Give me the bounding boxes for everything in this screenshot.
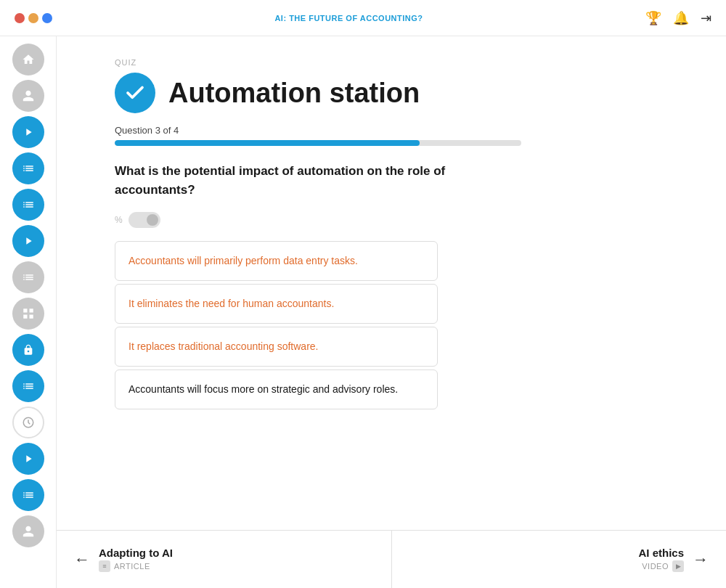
trophy-icon[interactable]: 🏆 — [645, 10, 661, 26]
logo-dot-orange — [28, 13, 38, 23]
logo-dot-red — [15, 13, 25, 23]
sidebar-item-list1[interactable] — [12, 152, 44, 184]
sidebar-item-profile[interactable] — [12, 80, 44, 112]
sidebar-item-video1[interactable] — [12, 116, 44, 148]
nav-next-type-icon: ▶ — [672, 560, 684, 572]
sidebar-item-video2[interactable] — [12, 225, 44, 257]
prev-arrow: ← — [74, 550, 90, 569]
logo-dot-blue — [42, 13, 52, 23]
nav-prev-title: Adapting to AI — [99, 547, 173, 559]
nav-prev[interactable]: ← Adapting to AI ≡ ARTICLE — [57, 531, 392, 588]
header-icons: 🏆 🔔 ⇥ — [645, 10, 711, 26]
sidebar-item-list5[interactable] — [12, 479, 44, 511]
sidebar-item-grid[interactable] — [12, 298, 44, 330]
nav-next-title: AI ethics — [638, 547, 684, 559]
nav-prev-info: Adapting to AI ≡ ARTICLE — [99, 547, 173, 572]
sidebar-item-clock[interactable] — [12, 407, 44, 438]
nav-next-type-label: VIDEO — [642, 562, 669, 571]
progress-bar — [115, 140, 521, 146]
answer-option-2[interactable]: It eliminates the need for human account… — [115, 284, 438, 324]
toggle-label: % — [115, 215, 123, 225]
quiz-label: QUIZ — [115, 58, 668, 67]
course-title: AI: THE FUTURE OF ACCOUNTING? — [274, 14, 423, 23]
bell-icon[interactable]: 🔔 — [673, 10, 689, 26]
answer-options: Accountants will primarily perform data … — [115, 241, 668, 409]
quiz-check-circle — [115, 73, 155, 113]
sidebar — [0, 36, 57, 588]
toggle-row: % — [115, 212, 668, 228]
content-area: QUIZ Automation station Question 3 of 4 … — [57, 36, 726, 588]
quiz-title: Automation station — [168, 78, 420, 109]
answer-option-4[interactable]: Accountants will focus more on strategic… — [115, 369, 438, 409]
sidebar-item-user[interactable] — [12, 515, 44, 547]
toggle-circle — [147, 214, 158, 226]
answer-option-3[interactable]: It replaces traditional accounting softw… — [115, 327, 438, 367]
sidebar-item-list2[interactable] — [12, 189, 44, 221]
progress-label: Question 3 of 4 — [115, 125, 668, 136]
logout-icon[interactable]: ⇥ — [701, 10, 711, 26]
question-text: What is the potential impact of automati… — [115, 162, 507, 199]
nav-next-type: VIDEO ▶ — [642, 560, 684, 572]
progress-bar-fill — [115, 140, 420, 146]
top-header: AI: THE FUTURE OF ACCOUNTING? 🏆 🔔 ⇥ — [0, 0, 726, 36]
sidebar-item-list3[interactable] — [12, 261, 44, 293]
nav-next[interactable]: AI ethics VIDEO ▶ → — [392, 531, 727, 588]
nav-prev-type: ≡ ARTICLE — [99, 560, 173, 572]
nav-next-info: AI ethics VIDEO ▶ — [638, 547, 684, 572]
sidebar-item-lock[interactable] — [12, 334, 44, 366]
bottom-nav: ← Adapting to AI ≡ ARTICLE AI ethics VID… — [57, 530, 726, 588]
nav-prev-type-icon: ≡ — [99, 560, 110, 572]
logo — [15, 13, 52, 23]
quiz-title-row: Automation station — [115, 73, 668, 113]
next-arrow: → — [693, 550, 709, 569]
main-layout: QUIZ Automation station Question 3 of 4 … — [0, 36, 726, 588]
quiz-main: QUIZ Automation station Question 3 of 4 … — [57, 36, 726, 530]
answer-option-1[interactable]: Accountants will primarily perform data … — [115, 241, 438, 281]
sidebar-item-list4[interactable] — [12, 370, 44, 402]
toggle-switch[interactable] — [129, 212, 160, 228]
sidebar-item-home[interactable] — [12, 44, 44, 75]
nav-prev-type-label: ARTICLE — [114, 562, 150, 571]
sidebar-item-video3[interactable] — [12, 443, 44, 475]
